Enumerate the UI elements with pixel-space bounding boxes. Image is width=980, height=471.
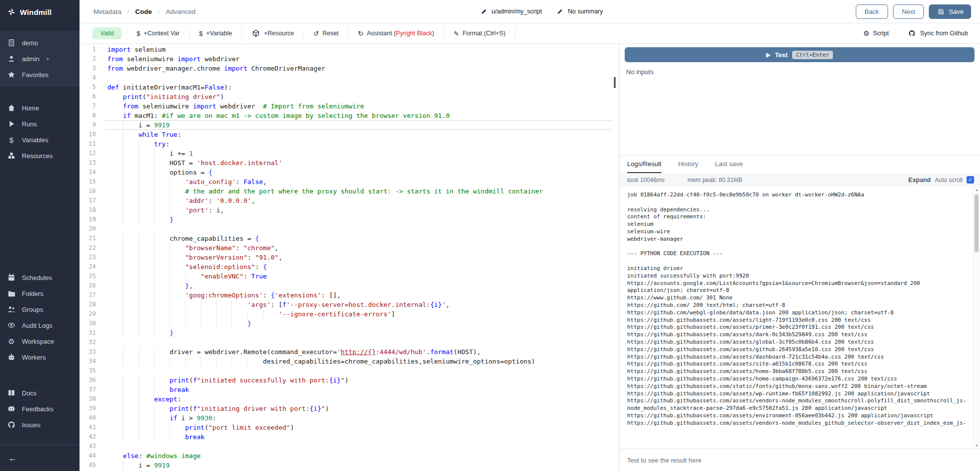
sidebar-item-issues[interactable]: Issues xyxy=(0,417,80,433)
code-line-content[interactable]: except: xyxy=(104,394,619,404)
code-line-content[interactable]: } xyxy=(104,328,619,338)
code-line-content[interactable]: "enableVNC": True xyxy=(104,272,619,281)
code-line-content[interactable]: if macM1: #if we are on mac m1 -> custom… xyxy=(104,111,619,120)
sidebar-item-variables[interactable]: $Variables xyxy=(0,132,80,148)
sidebar-item-runs[interactable]: Runs xyxy=(0,116,80,132)
editor-scrollbar[interactable] xyxy=(612,44,619,471)
code-line-content[interactable]: # the addr and the port where the proxy … xyxy=(104,187,619,196)
code-line: 41 print("port limit exceeded") xyxy=(80,423,619,432)
code-line-content[interactable]: 'goog:chromeOptions': {'extensions': [], xyxy=(104,290,619,300)
scrollbar-thumb[interactable] xyxy=(975,194,979,252)
scroll-down-arrow-icon[interactable]: ▼ xyxy=(974,444,980,447)
code-line-content[interactable]: from seleniumwire import webdriver xyxy=(104,54,619,64)
code-line-content[interactable]: while True: xyxy=(104,130,619,139)
logs-scrollbar[interactable]: ▲ ▼ xyxy=(973,187,980,449)
code-line-content[interactable]: chrome_capabilities = { xyxy=(104,234,619,243)
code-line-content[interactable] xyxy=(104,338,619,347)
current-code-line[interactable]: i = 9919 xyxy=(104,120,619,130)
code-line-content[interactable]: '--ignore-certificate-errors'] xyxy=(104,309,619,319)
code-line-content[interactable]: HOST = 'host.docker.internal' xyxy=(104,158,619,168)
panel-tab-history[interactable]: History xyxy=(678,156,698,173)
reset-button[interactable]: ↺ Reset xyxy=(304,27,348,40)
sidebar-item-demo[interactable]: demo xyxy=(0,35,80,51)
code-line-content[interactable] xyxy=(104,73,619,83)
panel-tab-last-save[interactable]: Last save xyxy=(715,156,743,173)
code-line-content[interactable] xyxy=(104,442,619,451)
code-line-content[interactable]: } xyxy=(104,215,619,224)
code-line-content[interactable] xyxy=(104,366,619,376)
code-line-content[interactable]: try: xyxy=(104,139,619,149)
code-line-content[interactable]: options = { xyxy=(104,168,619,177)
code-line-content[interactable]: 'addr': '0.0.0.0', xyxy=(104,196,619,205)
code-line-content[interactable]: print(f"initiated successfully with port… xyxy=(104,376,619,385)
line-number: 25 xyxy=(80,272,104,281)
back-button[interactable]: Back xyxy=(856,4,888,19)
code-line-content[interactable]: driver = webdriver.Remote(command_execut… xyxy=(104,347,619,357)
line-number: 3 xyxy=(80,64,104,73)
code-line-content[interactable]: } xyxy=(104,319,619,328)
code-line-content[interactable]: print("port limit exceeded") xyxy=(104,423,619,432)
code-line-content[interactable]: print(f"initiating driver with port:{i}"… xyxy=(104,404,619,413)
sidebar-item-workspace[interactable]: ⚙Workspace xyxy=(0,333,80,349)
sidebar-item-label: Issues xyxy=(22,421,41,429)
add-context-var-button[interactable]: $ +Context Var xyxy=(127,27,189,40)
code-editor[interactable]: 1import selenium2from seleniumwire impor… xyxy=(80,44,619,471)
code-line-content[interactable]: "browserVersion": "91.0", xyxy=(104,253,619,262)
sidebar-item-feedbacks[interactable]: Feedbacks xyxy=(0,401,80,417)
code-line-content[interactable]: desired_capabilities=chrome_capabilities… xyxy=(104,357,619,366)
save-button[interactable]: Save xyxy=(929,4,971,19)
next-button[interactable]: Next xyxy=(893,4,924,19)
sidebar-item-resources[interactable]: Resources xyxy=(0,148,80,164)
code-line-content[interactable]: print("initiating driver") xyxy=(104,92,619,101)
sidebar-item-workers[interactable]: Workers xyxy=(0,349,80,365)
script-kind-button[interactable]: ⚙ Script xyxy=(863,29,889,37)
add-variable-button[interactable]: $ +Variable xyxy=(189,27,242,40)
line-number: 9 xyxy=(80,120,104,130)
script-summary-edit[interactable]: No summary xyxy=(556,8,603,15)
code-line-content[interactable]: "browserName": "chrome", xyxy=(104,243,619,253)
code-line-content[interactable]: i = 9919 xyxy=(104,461,619,470)
sidebar-item-folders[interactable]: Folders xyxy=(0,285,80,301)
scroll-up-arrow-icon[interactable]: ▲ xyxy=(974,188,980,191)
code-line-content[interactable]: i += 1 xyxy=(104,149,619,158)
code-line-content[interactable]: "selenoid:options": { xyxy=(104,262,619,272)
code-line-content[interactable]: break xyxy=(104,385,619,394)
code-line-content[interactable]: 'port': i, xyxy=(104,205,619,215)
code-line-content[interactable]: else: #windows image xyxy=(104,451,619,461)
code-line-content[interactable]: break xyxy=(104,432,619,442)
code-line-content[interactable]: if i > 9930: xyxy=(104,413,619,423)
code-line-content[interactable] xyxy=(104,224,619,234)
tab-metadata[interactable]: Metadata xyxy=(92,6,122,17)
tab-advanced[interactable]: Advanced xyxy=(165,6,197,17)
sidebar-item-schedules[interactable]: Schedules xyxy=(0,270,80,285)
expand-button[interactable]: Expand xyxy=(908,177,931,184)
script-path-edit[interactable]: u/admin/my_script xyxy=(480,8,542,15)
panel-tab-logs-result[interactable]: Logs/Result xyxy=(627,156,661,173)
code-line-content[interactable]: def initiateDriver(macM1=False): xyxy=(104,83,619,92)
sidebar-item-favorites[interactable]: Favorites xyxy=(0,67,80,83)
sidebar-item-home[interactable]: Home xyxy=(0,100,80,116)
code-line-content[interactable]: 'auto_config': False, xyxy=(104,177,619,187)
windmill-app: Windmill demoadmin▾Favorites HomeRuns$Va… xyxy=(0,0,980,471)
code-line-content[interactable]: }, xyxy=(104,281,619,290)
tab-code[interactable]: Code xyxy=(134,6,153,17)
home-icon xyxy=(7,104,16,112)
sidebar-item-audit-logs[interactable]: Audit Logs xyxy=(0,317,80,333)
collapse-sidebar-button[interactable]: ← xyxy=(8,453,17,464)
code-line-content[interactable]: from seleniumwire import webdriver # Imp… xyxy=(104,101,619,111)
code-line: 7 from seleniumwire import webdriver # I… xyxy=(80,101,619,111)
format-button[interactable]: ✎ Format (Ctrl+S) xyxy=(444,27,515,40)
code-line-content[interactable]: 'args': [f'--proxy-server=host.docker.in… xyxy=(104,300,619,309)
test-button[interactable]: ▶ Test Ctrl+Enter xyxy=(625,47,975,62)
autoscroll-checkbox[interactable]: ✓ xyxy=(967,176,974,184)
app-logo[interactable]: Windmill xyxy=(0,0,80,24)
sidebar-item-docs[interactable]: Docs xyxy=(0,385,80,401)
main-area: Metadata/Code/Advanced u/admin/my_script… xyxy=(80,0,980,471)
sync-from-github-button[interactable]: Sync from Github xyxy=(907,30,968,37)
add-resource-button[interactable]: +Resource xyxy=(242,26,304,40)
sidebar-item-groups[interactable]: Groups xyxy=(0,301,80,317)
code-line-content[interactable]: from webdriver_manager.chrome import Chr… xyxy=(104,64,619,73)
sidebar-item-admin[interactable]: admin▾ xyxy=(0,51,80,67)
assistant-button[interactable]: ↻ Assistant (Pyright Black) xyxy=(348,27,443,40)
code-line-content[interactable]: import selenium xyxy=(104,45,619,54)
